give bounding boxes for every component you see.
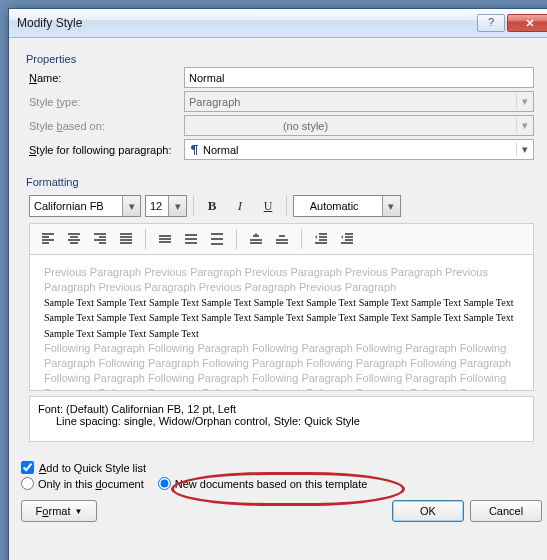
indent-increase-button[interactable] bbox=[335, 228, 359, 250]
font-toolbar: Californian FB▾ 12▾ B I U Automatic▾ bbox=[29, 195, 534, 217]
preview-previous: Previous Paragraph Previous Paragraph Pr… bbox=[44, 265, 519, 295]
style-description: Font: (Default) Californian FB, 12 pt, L… bbox=[29, 396, 534, 442]
cancel-button[interactable]: Cancel bbox=[470, 500, 542, 522]
name-input[interactable]: Normal bbox=[184, 67, 534, 88]
font-size-combo[interactable]: 12▾ bbox=[145, 195, 187, 217]
desc-line2: Line spacing: single, Widow/Orphan contr… bbox=[38, 415, 525, 427]
ok-button[interactable]: OK bbox=[392, 500, 464, 522]
titlebar: Modify Style ? bbox=[9, 9, 547, 38]
align-left-button[interactable] bbox=[36, 228, 60, 250]
italic-button[interactable]: I bbox=[228, 195, 252, 217]
chevron-down-icon: ▾ bbox=[382, 196, 400, 216]
pilcrow-icon bbox=[189, 144, 199, 156]
align-right-button[interactable] bbox=[88, 228, 112, 250]
preview-following: Following Paragraph Following Paragraph … bbox=[44, 341, 519, 391]
only-document-radio-label[interactable]: Only in this document bbox=[21, 477, 144, 490]
based-on-select: (no style)▾ bbox=[184, 115, 534, 136]
desc-line1: Font: (Default) Californian FB, 12 pt, L… bbox=[38, 403, 525, 415]
separator bbox=[301, 229, 302, 249]
indent-decrease-button[interactable] bbox=[309, 228, 333, 250]
space-before-inc-button[interactable] bbox=[244, 228, 268, 250]
modify-style-dialog: Modify Style ? Properties Name: Normal S… bbox=[8, 8, 547, 560]
preview-pane: Previous Paragraph Previous Paragraph Pr… bbox=[29, 255, 534, 391]
chevron-down-icon: ▾ bbox=[516, 118, 533, 133]
svg-text:?: ? bbox=[488, 18, 494, 28]
spacing-2-button[interactable] bbox=[205, 228, 229, 250]
spacing-1-button[interactable] bbox=[153, 228, 177, 250]
options-area: Add to Quick Style list Only in this doc… bbox=[21, 458, 542, 490]
following-select[interactable]: Normal ▾ bbox=[184, 139, 534, 160]
preview-sample: Sample Text Sample Text Sample Text Samp… bbox=[44, 295, 519, 342]
format-button[interactable]: Format▼ bbox=[21, 500, 97, 522]
spacing-1.5-button[interactable] bbox=[179, 228, 203, 250]
separator bbox=[236, 229, 237, 249]
separator bbox=[286, 196, 287, 216]
only-document-radio[interactable] bbox=[21, 477, 34, 490]
separator bbox=[145, 229, 146, 249]
font-name-combo[interactable]: Californian FB▾ bbox=[29, 195, 141, 217]
new-documents-radio-label[interactable]: New documents based on this template bbox=[158, 477, 368, 490]
properties-group: Properties Name: Normal Style type: Para… bbox=[21, 54, 542, 171]
font-color-combo[interactable]: Automatic▾ bbox=[293, 195, 401, 217]
properties-legend: Properties bbox=[23, 53, 79, 65]
chevron-down-icon: ▾ bbox=[516, 94, 533, 109]
space-before-dec-button[interactable] bbox=[270, 228, 294, 250]
underline-button[interactable]: U bbox=[256, 195, 280, 217]
align-justify-button[interactable] bbox=[114, 228, 138, 250]
bold-button[interactable]: B bbox=[200, 195, 224, 217]
dialog-title: Modify Style bbox=[17, 16, 476, 30]
chevron-down-icon: ▾ bbox=[122, 196, 140, 216]
style-type-label: Style type: bbox=[29, 96, 184, 108]
style-type-select: Paragraph▾ bbox=[184, 91, 534, 112]
chevron-down-icon: ▾ bbox=[168, 196, 186, 216]
following-label: Style for following paragraph: bbox=[29, 144, 184, 156]
name-label: Name: bbox=[29, 72, 184, 84]
new-documents-radio[interactable] bbox=[158, 477, 171, 490]
add-quick-style-label: Add to Quick Style list bbox=[39, 462, 146, 474]
close-button[interactable] bbox=[507, 14, 547, 32]
based-on-label: Style based on: bbox=[29, 120, 184, 132]
paragraph-toolbar bbox=[29, 223, 534, 255]
help-button[interactable]: ? bbox=[477, 14, 505, 32]
button-row: Format▼ OK Cancel bbox=[21, 500, 542, 522]
chevron-down-icon: ▾ bbox=[516, 142, 533, 157]
separator bbox=[193, 196, 194, 216]
formatting-group: Formatting Californian FB▾ 12▾ B I U Aut… bbox=[21, 177, 542, 450]
chevron-down-icon: ▼ bbox=[74, 507, 82, 516]
add-quick-style-checkbox[interactable] bbox=[21, 461, 34, 474]
formatting-legend: Formatting bbox=[23, 176, 82, 188]
align-center-button[interactable] bbox=[62, 228, 86, 250]
